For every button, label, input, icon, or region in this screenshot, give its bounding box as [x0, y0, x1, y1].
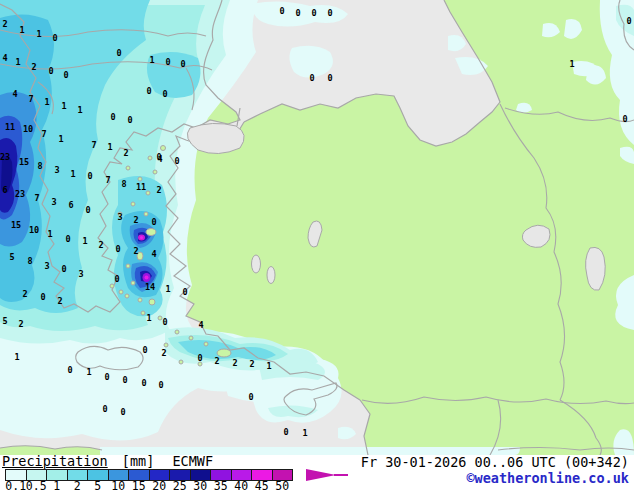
precip-value: 1 [77, 105, 82, 115]
colorbar-tick-label: 5 [94, 481, 101, 490]
precip-value: 1 [58, 134, 63, 144]
colorbar-tick-label: 15 [132, 481, 146, 490]
colorbar-arrow-tail [334, 474, 348, 476]
precip-value: 4 [151, 249, 156, 259]
precip-value: 1 [86, 367, 91, 377]
precip-value: 2 [161, 348, 166, 358]
precip-value: 1 [569, 59, 574, 69]
precip-value: 0 [162, 317, 167, 327]
precip-value: 7 [41, 129, 46, 139]
precip-value: 1 [36, 29, 41, 39]
precip-value: 0 [327, 8, 332, 18]
colorbar-tick-label: 50 [275, 481, 289, 490]
precip-value: 2 [2, 19, 7, 29]
precip-value: 1 [15, 57, 20, 67]
precip-value: 1 [107, 142, 112, 152]
precip-value: 1 [146, 313, 151, 323]
precip-value: 5 [2, 316, 7, 326]
precip-value: 1 [82, 236, 87, 246]
precip-value: 0 [142, 345, 147, 355]
precip-value: 2 [249, 359, 254, 369]
precip-value: 0 [67, 365, 72, 375]
legend-title-word: Precipitation [2, 453, 108, 469]
precip-value: 11 [5, 122, 15, 132]
precip-value: 4 [12, 89, 17, 99]
forecast-datetime: Fr 30-01-2026 00..06 UTC (00+342) [361, 454, 629, 470]
colorbar-tick-label: 40 [234, 481, 248, 490]
colorbar-tick-label: 30 [193, 481, 207, 490]
map-canvas: 2110412000100004711100111071712023158310… [0, 0, 634, 455]
precip-value: 0 [48, 66, 53, 76]
colorbar-tick-label: 45 [255, 481, 269, 490]
precip-value: 6 [68, 200, 73, 210]
precip-value: 0 [141, 378, 146, 388]
precip-value: 0 [180, 59, 185, 69]
precip-value: 8 [121, 179, 126, 189]
copyright-link[interactable]: ©weatheronline.co.uk [466, 470, 629, 486]
precip-value: 8 [37, 161, 42, 171]
precip-value: 3 [51, 197, 56, 207]
precip-value: 23 [0, 152, 10, 162]
precip-value: 2 [31, 62, 36, 72]
legend-title: Precipitation [mm] ECMWF [2, 453, 213, 469]
precip-value: 11 [136, 182, 146, 192]
precip-value: 1 [266, 361, 271, 371]
precip-value: 0 [40, 292, 45, 302]
colorbar-tick-label: 0.1 [5, 481, 26, 490]
precip-value: 0 [279, 6, 284, 16]
precip-value: 8 [27, 256, 32, 266]
precip-value: 1 [61, 101, 66, 111]
precip-value: 0 [63, 70, 68, 80]
precip-value: 0 [162, 89, 167, 99]
precip-value: 2 [98, 240, 103, 250]
precip-value: 10 [23, 124, 33, 134]
precip-value: 0 [146, 86, 151, 96]
colorbar-overflow-arrow [306, 469, 336, 481]
lake-urmia [586, 247, 606, 290]
lake-beysehir [252, 255, 261, 273]
precip-value: 1 [19, 25, 24, 35]
precip-value: 2 [18, 319, 23, 329]
precip-value: 0 [182, 287, 187, 297]
precip-value: 0 [151, 217, 156, 227]
colorbar-tick-label: 25 [173, 481, 187, 490]
precip-value: 4 [198, 320, 203, 330]
weather-map-page: 2110412000100004711100111071712023158310… [0, 0, 634, 490]
precip-value: 2 [123, 148, 128, 158]
precip-value: 1 [44, 97, 49, 107]
precip-value: 0 [309, 73, 314, 83]
precip-value: 23 [15, 189, 25, 199]
colorbar-tick-label: 20 [152, 481, 166, 490]
precip-value: 3 [78, 269, 83, 279]
precip-value: 0 [114, 274, 119, 284]
precip-value: 0 [248, 392, 253, 402]
colorbar-tick-label: 35 [214, 481, 228, 490]
precip-value: 15 [19, 157, 29, 167]
precip-value: 4 [2, 53, 7, 63]
precip-value: 1 [70, 169, 75, 179]
precip-value: 0 [110, 112, 115, 122]
legend-bar: Precipitation [mm] ECMWF 0.10.5125101520… [0, 455, 634, 490]
precip-value: 0 [61, 264, 66, 274]
precip-value: 2 [22, 289, 27, 299]
colorbar-tick-label: 1 [53, 481, 60, 490]
lake-egirdir [267, 267, 275, 284]
precip-value: 1 [14, 352, 19, 362]
precip-value: 7 [105, 175, 110, 185]
precip-value: 0 [158, 380, 163, 390]
colorbar-tick-label: 10 [111, 481, 125, 490]
precip-value: 0 [174, 156, 179, 166]
legend-unit: [mm] [122, 453, 155, 469]
precip-value: 0 [622, 114, 627, 124]
precip-value: 5 [9, 252, 14, 262]
precip-value: 2 [214, 356, 219, 366]
precip-value: 7 [91, 140, 96, 150]
colorbar-tick-label: 2 [74, 481, 81, 490]
precip-value: 0 [197, 353, 202, 363]
precip-value: 0 [104, 372, 109, 382]
precip-value: 0 [87, 171, 92, 181]
precip-value: 7 [28, 94, 33, 104]
precip-value: 1 [165, 284, 170, 294]
precip-value: 1 [47, 229, 52, 239]
precip-value: 0 [120, 407, 125, 417]
